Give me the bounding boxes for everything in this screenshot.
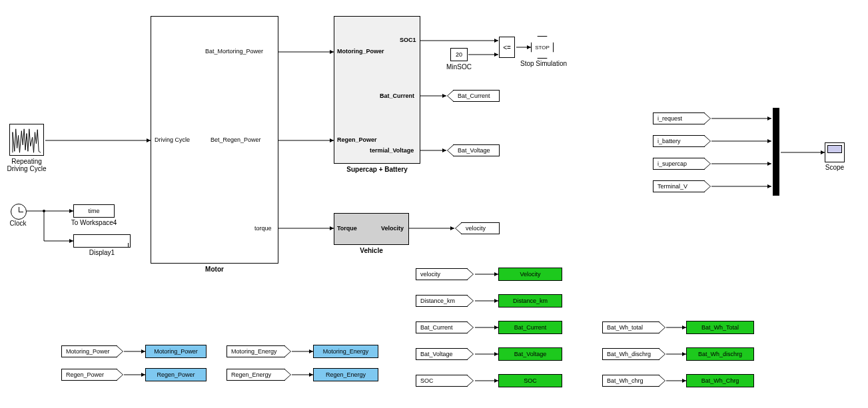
vehicle-title: Vehicle [334,247,409,254]
from-motoring-power[interactable]: Motoring_Power [61,345,117,357]
towsp-regen-energy[interactable]: Regen_Energy [313,368,378,381]
from-distance[interactable]: Distance_km [416,295,468,307]
source-label: Repeating Driving Cycle [0,158,53,172]
scb-title: Supercap + Battery [334,166,420,173]
towsp-motoring-power[interactable]: Motoring_Power [145,345,207,358]
towsp-velocity[interactable]: Velocity [498,268,562,281]
towsp-regen-power[interactable]: Regen_Power [145,368,207,381]
display1-label: Display1 [73,249,131,256]
scb-in-regen: Regen_Power [337,136,377,143]
svg-point-10 [43,210,45,212]
goto-velocity[interactable]: velocity [461,222,500,234]
scb-out-termv: termial_Voltage [370,147,414,154]
vehicle-out-velocity: Velocity [381,225,404,232]
from-batcurrent2[interactable]: Bat_Current [416,321,468,333]
from-i-supercap[interactable]: i_supercap [653,158,705,170]
compare-op[interactable]: <= [499,37,515,58]
from-batvoltage2[interactable]: Bat_Voltage [416,348,468,360]
motor-out-torque: torque [254,225,272,232]
clock-block[interactable] [11,204,27,220]
motor-in-driving: Driving Cycle [155,136,190,143]
display1-block[interactable] [73,234,131,248]
from-i-request[interactable]: i_request [653,112,705,124]
from-i-battery[interactable]: i_battery [653,135,705,147]
to-workspace-time-label: To Workspace4 [65,219,123,226]
scope-label: Scope [818,164,851,171]
from-regen-energy[interactable]: Regen_Energy [226,369,285,381]
scb-in-motor: Motoring_Power [337,48,384,55]
from-terminal-v[interactable]: Terminal_V [653,180,705,192]
towsp-soc[interactable]: SOC [498,374,562,387]
motor-title: Motor [151,266,278,273]
goto-bat-voltage[interactable]: Bat_Voltage [453,144,500,156]
stop-label: Stop Simulation [520,60,568,67]
vehicle-in-torque: Torque [337,225,357,232]
goto-bat-current[interactable]: Bat_Current [453,90,500,102]
from-batwh-dischrg[interactable]: Bat_Wh_dischrg [602,348,659,360]
towsp-batwh-total[interactable]: Bat_Wh_Total [686,321,754,334]
minsoc-constant[interactable]: 20 [450,48,468,61]
mux-block[interactable] [773,108,779,196]
from-soc[interactable]: SOC [416,375,468,387]
from-velocity2[interactable]: velocity [416,268,468,280]
towsp-batcurrent[interactable]: Bat_Current [498,321,562,334]
scb-out-batcurrent: Bat_Current [380,93,414,99]
towsp-distance[interactable]: Distance_km [498,294,562,307]
stop-block[interactable]: STOP [531,36,554,59]
towsp-motoring-energy[interactable]: Motoring_Energy [313,345,378,358]
motor-out-batmotor: Bat_Mortoring_Power [205,48,263,55]
from-batwh-chrg[interactable]: Bat_Wh_chrg [602,375,659,387]
repeating-driving-cycle-block[interactable] [9,124,44,156]
scope-block[interactable] [825,142,845,162]
scb-out-soc1: SOC1 [400,37,416,43]
from-regen-power[interactable]: Regen_Power [61,369,117,381]
from-batwh-total[interactable]: Bat_Wh_total [602,321,659,333]
minsoc-label: MinSOC [444,63,474,71]
towsp-batwh-chrg[interactable]: Bat_Wh_Chrg [686,374,754,387]
motor-out-batregen: Bet_Regen_Power [211,136,261,143]
to-workspace-time[interactable]: time [73,204,115,218]
towsp-batwh-dischrg[interactable]: Bat_Wh_dischrg [686,347,754,361]
clock-label: Clock [5,220,31,227]
towsp-batvoltage[interactable]: Bat_Voltage [498,347,562,361]
from-motoring-energy[interactable]: Motoring_Energy [226,345,285,357]
